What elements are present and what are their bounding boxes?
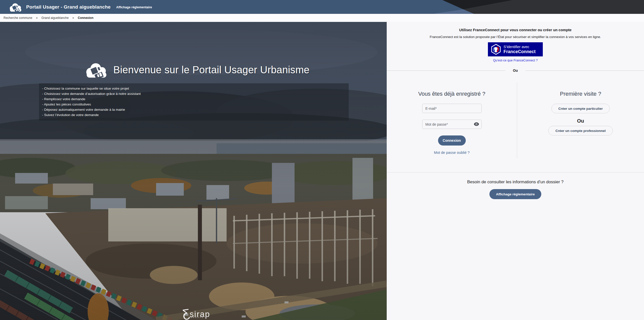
breadcrumb-item-connexion: Connexion — [78, 16, 93, 20]
franceconnect-heading: Utilisez FranceConnect pour vous connect… — [387, 28, 644, 32]
hero-steps-box: - Choisissez la commune sur laquelle se … — [39, 83, 349, 121]
divider-line — [525, 70, 644, 71]
app-title: Portail Usager - Grand aigueblanche — [26, 4, 111, 10]
app-header: Portail Usager - Grand aigueblanche Affi… — [0, 0, 644, 14]
franceconnect-section: Utilisez FranceConnect pour vous connect… — [387, 28, 644, 62]
breadcrumb: Recherche commune > Grand aigueblanche >… — [0, 14, 644, 22]
signup-or-label: Ou — [577, 118, 584, 124]
step-item: - Choisissez la commune sur laquelle se … — [42, 86, 346, 91]
login-column: Vous êtes déjà enregistré ? Connexion Mo… — [387, 83, 517, 158]
breadcrumb-item-grand-aigueblanche[interactable]: Grand aigueblanche — [42, 16, 69, 20]
divider-line — [387, 70, 505, 71]
cloud-house-logo-icon — [9, 1, 23, 13]
signup-heading: Première visite ? — [560, 91, 601, 97]
franceconnect-info-link[interactable]: Qu’est-ce que FranceConnect ? — [493, 59, 538, 62]
sirap-logo: Ʒ sirap GROUPE — [183, 308, 204, 318]
create-particular-account-button[interactable]: Créer un compte particulier — [551, 104, 610, 113]
dossier-heading: Besoin de consulter les informations d'u… — [387, 180, 644, 185]
eye-icon[interactable] — [474, 122, 479, 126]
sirap-glyph-icon: Ʒ — [182, 308, 190, 318]
marianne-icon — [491, 44, 501, 55]
chevron-right-icon: > — [73, 16, 74, 19]
chevron-right-icon: > — [36, 16, 38, 19]
step-item: - Choisissez votre demande d’autorisatio… — [42, 91, 346, 96]
cloud-house-hero-icon — [85, 60, 109, 80]
franceconnect-description: FranceConnect est la solution proposée p… — [387, 35, 644, 39]
or-divider: Ou — [387, 68, 644, 73]
auth-columns: Vous êtes déjà enregistré ? Connexion Mo… — [387, 83, 644, 158]
email-input[interactable] — [422, 104, 482, 113]
or-divider-label: Ou — [513, 68, 518, 73]
step-item: - Déposez automatiquement votre demande … — [42, 107, 346, 112]
header-affichage-link[interactable]: Affichage réglementaire — [116, 6, 152, 9]
affichage-reglementaire-button[interactable]: Affichage réglementaire — [489, 189, 541, 199]
franceconnect-button[interactable]: S’identifier avec FranceConnect — [488, 42, 543, 56]
create-professional-account-button[interactable]: Créer un compte professionnel — [548, 126, 613, 135]
step-item: - Ajoutez les pièces constitutives — [42, 102, 346, 107]
franceconnect-button-label: S’identifier avec FranceConnect — [504, 45, 535, 54]
step-item: - Remplissez votre demande — [42, 96, 346, 102]
hero-section: Bienvenue sur le Portail Usager Urbanism… — [0, 22, 387, 320]
breadcrumb-item-recherche-commune[interactable]: Recherche commune — [4, 16, 32, 20]
connexion-button[interactable]: Connexion — [438, 135, 466, 146]
login-heading: Vous êtes déjà enregistré ? — [418, 91, 485, 97]
hero-title: Bienvenue sur le Portail Usager Urbanism… — [113, 64, 309, 76]
hero-brand: Bienvenue sur le Portail Usager Urbanism… — [85, 60, 309, 80]
forgot-password-link[interactable]: Mot de passe oublié ? — [434, 151, 470, 155]
section-divider — [387, 172, 644, 172]
step-item: - Suivez l’évolution de votre demande — [42, 112, 346, 118]
password-input[interactable] — [422, 120, 482, 129]
signup-column: Première visite ? Créer un compte partic… — [517, 83, 644, 158]
login-panel: Utilisez FranceConnect pour vous connect… — [387, 22, 644, 320]
header-decoration — [435, 0, 644, 14]
